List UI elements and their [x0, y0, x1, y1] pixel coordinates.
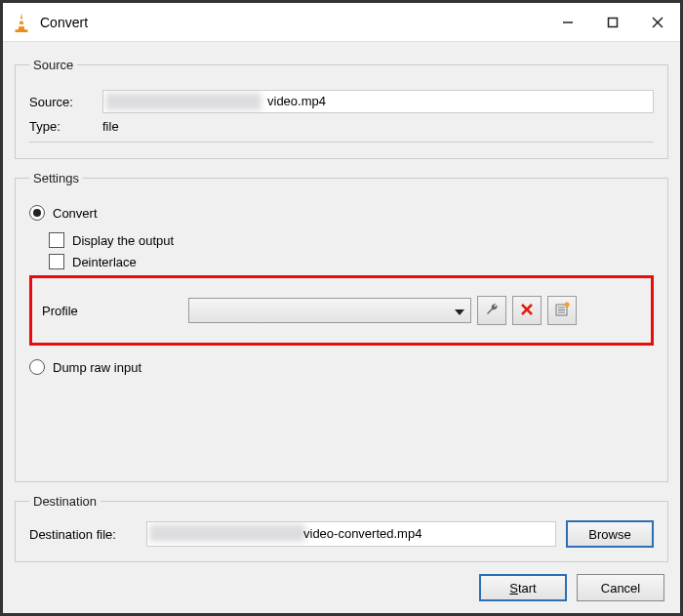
- svg-rect-3: [16, 29, 28, 32]
- source-legend: Source: [29, 58, 77, 72]
- dump-raw-label: Dump raw input: [53, 360, 141, 375]
- source-value: video.mp4: [267, 94, 326, 108]
- chevron-down-icon: [455, 304, 464, 318]
- edit-profile-button[interactable]: [477, 296, 506, 325]
- convert-radio[interactable]: Convert: [29, 205, 654, 221]
- checkbox-icon: [49, 232, 64, 248]
- type-label: Type:: [29, 119, 102, 134]
- redacted-path: [149, 524, 305, 542]
- profile-row-highlight: Profile: [29, 275, 654, 346]
- display-output-label: Display the output: [72, 233, 174, 248]
- destination-value: video-converted.mp4: [303, 526, 422, 541]
- svg-point-15: [565, 302, 570, 307]
- new-list-icon: [554, 302, 570, 320]
- redacted-path: [105, 93, 261, 110]
- svg-rect-5: [609, 18, 618, 26]
- profile-combobox[interactable]: [188, 298, 471, 323]
- svg-rect-1: [20, 19, 24, 21]
- deinterlace-checkbox[interactable]: Deinterlace: [49, 254, 654, 269]
- destination-group: Destination Destination file: video-conv…: [15, 494, 668, 562]
- close-button[interactable]: [635, 4, 680, 41]
- deinterlace-label: Deinterlace: [72, 255, 137, 269]
- source-group: Source Source: video.mp4 Type: file: [15, 58, 668, 159]
- vlc-cone-icon: [11, 12, 32, 33]
- display-output-checkbox[interactable]: Display the output: [49, 232, 654, 248]
- destination-legend: Destination: [29, 494, 100, 509]
- convert-dialog: Convert Source Source: video.mp4: [0, 0, 683, 616]
- dialog-footer: Start Cancel: [15, 564, 668, 603]
- window-controls: [545, 4, 680, 41]
- destination-input[interactable]: video-converted.mp4: [146, 521, 556, 547]
- dump-raw-radio[interactable]: Dump raw input: [29, 359, 654, 375]
- dialog-body: Source Source: video.mp4 Type: file Sett…: [3, 42, 680, 613]
- browse-button[interactable]: Browse: [566, 520, 654, 548]
- cancel-button[interactable]: Cancel: [577, 574, 664, 601]
- source-label: Source:: [29, 95, 102, 109]
- titlebar: Convert: [3, 3, 680, 42]
- source-input[interactable]: video.mp4: [102, 90, 654, 113]
- destination-label: Destination file:: [29, 527, 146, 542]
- profile-label: Profile: [42, 304, 188, 318]
- x-icon: [520, 303, 534, 319]
- svg-rect-2: [19, 23, 24, 25]
- radio-icon: [29, 359, 45, 375]
- radio-icon: [29, 205, 45, 221]
- maximize-button[interactable]: [590, 4, 635, 41]
- window-title: Convert: [40, 15, 545, 30]
- convert-label: Convert: [53, 206, 98, 221]
- delete-profile-button[interactable]: [512, 296, 542, 325]
- minimize-button[interactable]: [545, 4, 590, 41]
- settings-legend: Settings: [29, 171, 83, 185]
- svg-marker-0: [18, 13, 24, 30]
- settings-group: Settings Convert Display the output Dein…: [15, 171, 668, 482]
- svg-marker-8: [455, 309, 464, 315]
- divider: [29, 142, 654, 143]
- start-button[interactable]: Start: [479, 574, 567, 601]
- type-value: file: [102, 119, 119, 134]
- new-profile-button[interactable]: [547, 296, 577, 325]
- wrench-icon: [484, 302, 500, 320]
- checkbox-icon: [49, 254, 64, 269]
